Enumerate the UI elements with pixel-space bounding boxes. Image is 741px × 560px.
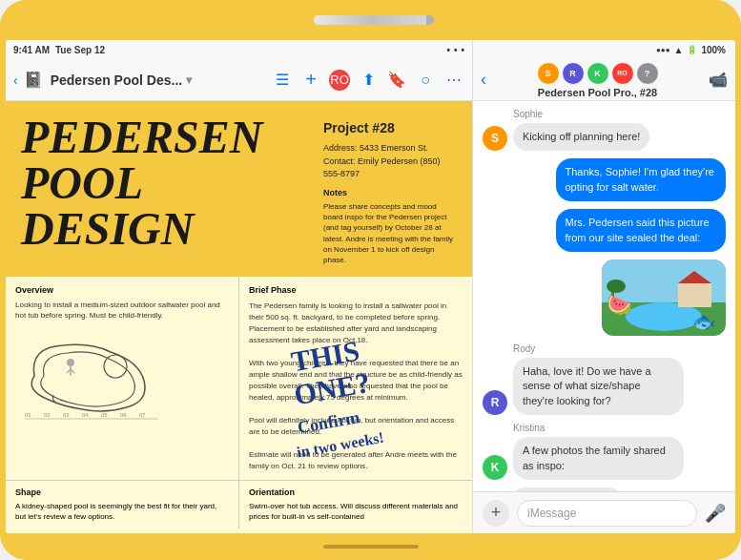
notebook-icon: 📓 [24, 71, 43, 89]
image-bubble[interactable]: 🍉 🐟 [602, 259, 726, 336]
wifi-icon: ▲ [674, 45, 684, 55]
messages-toolbar: ‹ S R K RO ? Pedersen Pool Pro., #28 📹 [473, 59, 735, 101]
apple-pencil [314, 15, 428, 25]
notes-left-col: Overview Looking to install a medium-siz… [6, 277, 239, 480]
dots-menu: • • • [446, 45, 464, 55]
messages-list: S Sophie Kicking off planning here! Than… [473, 101, 735, 491]
notes-toolbar-left: ‹ 📓 [13, 71, 43, 89]
list-icon[interactable]: ☰ [272, 70, 293, 91]
notes-text: Please share concepts and mood board ins… [323, 201, 457, 265]
microphone-button[interactable]: 🎤 [705, 503, 726, 524]
notes-time: 9:41 AM [13, 45, 50, 55]
shape-text: A kidney-shaped pool is seemingly the be… [15, 501, 229, 522]
imessage-placeholder: iMessage [527, 507, 576, 520]
svg-text:04: 04 [82, 412, 89, 418]
notes-content: PEDERSEN POOL DESIGN Project #28 Address… [6, 101, 472, 533]
svg-text:Confirm: Confirm [296, 408, 360, 438]
svg-text:🍉: 🍉 [607, 292, 633, 318]
msg-content-rody: Rody Haha, love it! Do we have a sense o… [513, 343, 684, 415]
screen: 9:41 AM Tue Sep 12 • • • ‹ 📓 Pedersen Po… [6, 40, 735, 533]
ipad-frame: 9:41 AM Tue Sep 12 • • • ‹ 📓 Pedersen Po… [0, 0, 741, 560]
messages-app: ●●● ▲ 🔋 100% ‹ S R K RO ? [473, 40, 735, 533]
message-row-me-2: Mrs. Pedersen said this picture from our… [483, 209, 726, 252]
avatar-sophie: S [537, 62, 560, 85]
bottom-bezel [0, 533, 741, 560]
notes-title-chevron[interactable]: ▾ [186, 73, 192, 87]
svg-point-9 [67, 359, 74, 366]
rody-bubble: Haha, love it! Do we have a sense of wha… [513, 358, 684, 415]
orientation-text: Swim-over hot tub access. Will discuss d… [249, 501, 463, 522]
pencil-tip [426, 15, 434, 25]
msg-content-kristina-1: Kristina A few photos the family shared … [513, 423, 684, 480]
overview-text: Looking to install a medium-sized outdoo… [15, 300, 229, 321]
share-icon[interactable]: ⬆ [358, 70, 379, 91]
bookmark-icon[interactable]: 🔖 [386, 70, 407, 91]
brief-phase-title: Brief Phase [249, 284, 463, 298]
notes-big-title-container: PEDERSEN POOL DESIGN [21, 114, 314, 265]
message-row-kristina-1: K Kristina A few photos the family share… [483, 423, 726, 480]
notes-body-row: Overview Looking to install a medium-siz… [6, 277, 472, 480]
my-bubble-2: Mrs. Pedersen said this picture from our… [556, 209, 727, 252]
svg-text:07: 07 [139, 412, 146, 418]
svg-text:02: 02 [44, 412, 51, 418]
top-bezel [0, 0, 741, 40]
notes-right-col: Brief Phase The Pedersen family is looki… [239, 277, 472, 480]
pool-sketch-svg: 01 02 03 04 05 06 07 [15, 328, 168, 424]
svg-text:01: 01 [25, 412, 31, 418]
ro-badge: RO [329, 70, 350, 91]
notes-title: Pedersen Pool Des... ▾ [51, 73, 193, 88]
project-contact: Contact: Emily Pedersen (850) 555-8797 [323, 156, 457, 181]
messages-toolbar-center: S R K RO ? Pedersen Pool Pro., #28 [492, 62, 703, 98]
svg-text:05: 05 [101, 412, 108, 418]
avatar-rody: R [562, 62, 585, 85]
overview-title: Overview [15, 284, 229, 297]
rody-sender: Rody [513, 343, 684, 354]
svg-text:🐟: 🐟 [692, 310, 716, 333]
notes-big-title: PEDERSEN POOL DESIGN [21, 114, 314, 252]
notes-toolbar-right: ☰ + RO ⬆ 🔖 ○ ⋯ [272, 70, 464, 91]
messages-input-bar: + iMessage 🎤 [473, 491, 735, 533]
notes-label: Notes [323, 187, 457, 200]
notes-status-bar: 9:41 AM Tue Sep 12 • • • [6, 40, 472, 59]
msg-content-me-1: Thanks, Sophie! I'm glad they're opting … [556, 158, 727, 201]
notes-project-info: Project #28 Address: 5433 Emerson St. Co… [323, 114, 457, 265]
add-icon[interactable]: + [300, 70, 321, 91]
notes-bottom-section: Shape A kidney-shaped pool is seemingly … [6, 480, 472, 529]
sophie-bubble: Kicking off planning here! [513, 123, 649, 151]
pool-image: 🍉 🐟 [602, 259, 726, 336]
project-number: Project #28 [323, 118, 457, 138]
notes-back-button[interactable]: ‹ [13, 73, 18, 88]
signal-icon: ●●● [656, 46, 670, 54]
messages-back-button[interactable]: ‹ [481, 70, 486, 90]
svg-rect-22 [678, 283, 711, 307]
sophie-sender: Sophie [513, 109, 649, 119]
msg-content-image: 🍉 🐟 [602, 259, 726, 336]
dot2: • [454, 45, 458, 55]
avatar-sophie-msg: S [483, 126, 507, 151]
battery-percent: 100% [701, 45, 726, 55]
message-row-sophie: S Sophie Kicking off planning here! [483, 109, 726, 151]
smiley-icon[interactable]: ○ [415, 70, 436, 91]
notes-app: 9:41 AM Tue Sep 12 • • • ‹ 📓 Pedersen Po… [6, 40, 473, 533]
kristina-bubble-1: A few photos the family shared as inspo: [513, 437, 684, 480]
svg-point-21 [607, 280, 626, 293]
message-row-me-1: Thanks, Sophie! I'm glad they're opting … [483, 158, 726, 201]
messages-status-bar: ●●● ▲ 🔋 100% [473, 40, 735, 59]
battery-icon: 🔋 [687, 45, 697, 54]
dot3: • [461, 45, 464, 55]
imessage-input[interactable]: iMessage [517, 500, 697, 527]
video-call-button[interactable]: 📹 [709, 71, 728, 89]
msg-content-sophie: Sophie Kicking off planning here! [513, 109, 649, 151]
notes-toolbar: ‹ 📓 Pedersen Pool Des... ▾ ☰ + RO ⬆ 🔖 ○ … [6, 59, 472, 101]
status-icons: ●●● ▲ 🔋 100% [656, 45, 726, 55]
more-icon[interactable]: ⋯ [443, 70, 464, 91]
avatar-kristina: K [587, 62, 609, 85]
group-avatars: S R K RO ? [537, 62, 659, 85]
avatar-extra: ? [636, 62, 659, 85]
messages-add-button[interactable]: + [483, 500, 509, 527]
dot1: • [446, 45, 450, 55]
shape-section: Shape A kidney-shaped pool is seemingly … [6, 481, 239, 529]
svg-text:06: 06 [120, 412, 127, 418]
add-plus-icon: + [491, 503, 502, 523]
orientation-section: Orientation Swim-over hot tub access. Wi… [239, 481, 472, 529]
